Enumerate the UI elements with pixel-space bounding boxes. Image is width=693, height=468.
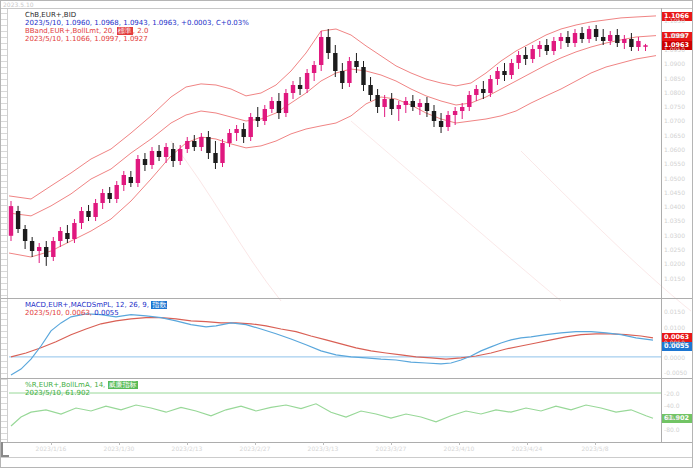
candle-body: [150, 151, 154, 165]
axis-label: 1.0300: [664, 232, 685, 239]
axis-label: 0.0100: [664, 324, 685, 331]
candle-body: [545, 45, 549, 51]
candle-body: [72, 223, 76, 239]
faint-artifact-line: [171, 141, 281, 301]
candle-body: [242, 129, 246, 137]
axis-label: 1.0950: [664, 46, 685, 53]
candle-body: [213, 153, 217, 163]
candle-body: [108, 193, 112, 199]
time-axis-label: 2023/2/13: [172, 445, 203, 452]
main-macd-separator[interactable]: [1, 298, 693, 299]
candle-body: [587, 29, 591, 39]
candle-body: [340, 71, 344, 83]
candle-body: [143, 159, 147, 165]
time-axis-label: 2023/3/13: [308, 445, 339, 452]
candle-body: [185, 141, 189, 149]
axis-label: 1.0200: [664, 260, 685, 267]
axis-label: 1.0550: [664, 160, 685, 167]
macd-param-highlight: 指数: [151, 301, 167, 309]
candle-body: [171, 149, 175, 161]
candle-body: [481, 89, 485, 93]
chart-title: ChB,EUR+,BID: [25, 11, 76, 19]
candle-body: [538, 45, 542, 49]
candle-body: [375, 95, 379, 107]
bollinger-label: BBand,EUR+,BollLmt, 20, 標準, 2.0: [25, 27, 148, 35]
axis-label: -40.0: [664, 402, 680, 409]
ohlc-readout: 2023/5/10, 1.0960, 1.0968, 1.0943, 1.096…: [25, 19, 249, 27]
candle-body: [446, 115, 450, 127]
candle-body: [129, 177, 133, 183]
price-axis-separator[interactable]: [661, 8, 662, 442]
candle-body: [16, 211, 20, 229]
wpr-values: 2023/5/10, 61.902: [25, 389, 90, 397]
axis-label: 1.0350: [664, 217, 685, 224]
time-axis-tick: [255, 442, 256, 445]
candle-body: [206, 137, 210, 153]
candle-body: [256, 117, 260, 121]
candle-body: [136, 159, 140, 183]
time-axis-label: 2023/4/10: [444, 445, 475, 452]
candle-body: [199, 137, 203, 147]
candle-body: [566, 37, 570, 43]
candle-body: [270, 101, 274, 109]
candle-body: [615, 35, 619, 43]
candle-body: [432, 111, 436, 121]
time-axis-tick: [391, 442, 392, 445]
candle-body: [467, 95, 471, 107]
candle-body: [44, 247, 48, 257]
axis-label: 1.0250: [664, 246, 685, 253]
candle-body: [37, 247, 41, 251]
time-axis-tick: [187, 442, 188, 445]
time-axis-label: 2023/3/27: [376, 445, 407, 452]
candle-body: [608, 35, 612, 41]
wpr-line: [11, 404, 653, 426]
candle-body: [30, 241, 34, 251]
axis-label: 0.0150: [664, 308, 685, 315]
macd-label-text: MACD,EUR+,MACDSmPL, 12, 26, 9,: [25, 301, 151, 309]
candle-body: [411, 101, 415, 107]
candle-body: [552, 41, 556, 51]
candle-body: [354, 61, 358, 67]
axis-label: 1.0150: [664, 275, 685, 282]
bollinger-values: 2023/5/10, 1.1066, 1.0997, 1.0927: [25, 35, 148, 43]
candle-body: [79, 211, 83, 223]
candle-body: [629, 39, 633, 47]
macd-wpr-separator[interactable]: [1, 378, 693, 379]
candle-body: [326, 37, 330, 53]
axis-label: 1.0850: [664, 75, 685, 82]
candle-body: [192, 141, 196, 147]
axis-label: -80.0: [664, 426, 680, 433]
candle-body: [93, 203, 97, 217]
time-axis-tick: [119, 442, 120, 445]
axis-label: 1.0500: [664, 175, 685, 182]
candle-body: [263, 109, 267, 121]
candle-body: [115, 185, 119, 199]
candle-body: [122, 175, 126, 185]
candle-body: [573, 33, 577, 43]
candle-body: [277, 101, 281, 113]
macd-value-red: 2023/5/10, 0.0063,: [25, 309, 92, 317]
candle-body: [495, 71, 499, 79]
axis-label: 1.0900: [664, 60, 685, 67]
candle-body: [9, 206, 13, 236]
wpr-label-text: %R,EUR+,BollLmA, 14,: [25, 381, 108, 389]
candle-body: [622, 39, 626, 43]
candle-body: [453, 111, 457, 115]
candle-body: [361, 67, 365, 85]
chart-canvas[interactable]: [1, 1, 693, 468]
top-border: [1, 8, 693, 9]
candle-body: [51, 241, 55, 257]
axis-label: 0.0000: [664, 354, 685, 361]
axis-label: 1.0750: [664, 103, 685, 110]
candle-body: [227, 133, 231, 143]
candle-body: [531, 49, 535, 59]
candle-body: [234, 129, 238, 133]
time-axis-label: 2023/1/30: [104, 445, 135, 452]
time-axis-label: 2023/2/27: [240, 445, 271, 452]
candle-body: [305, 73, 309, 89]
candle-body: [58, 231, 62, 241]
candle-body: [347, 61, 351, 83]
candle-body: [559, 37, 563, 41]
candle-body: [460, 107, 464, 111]
candle-body: [439, 121, 443, 127]
